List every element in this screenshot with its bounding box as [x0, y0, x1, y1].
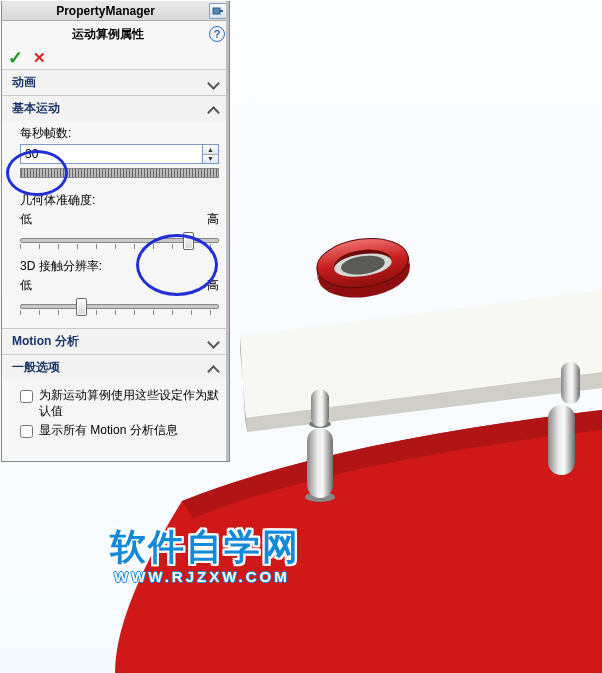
spinner-down[interactable]: ▼ — [203, 155, 218, 164]
svg-rect-4 — [561, 362, 580, 404]
ok-button[interactable]: ✓ — [8, 47, 23, 69]
default-settings-checkbox[interactable] — [20, 390, 33, 403]
section-animation[interactable]: 动画 — [2, 69, 229, 95]
svg-rect-5 — [548, 405, 575, 475]
svg-rect-3 — [307, 428, 333, 498]
watermark-url: WWW.RJZXW.COM — [114, 568, 300, 585]
panel-subtitle: 运动算例属性 — [6, 26, 209, 43]
slider-low-label: 低 — [20, 211, 32, 228]
section-general-options[interactable]: 一般选项 — [2, 354, 229, 380]
fps-input[interactable] — [20, 144, 203, 164]
panel-resize-handle[interactable] — [226, 1, 229, 461]
default-settings-label: 为新运动算例使用这些设定作为默认值 — [39, 388, 219, 419]
pin-icon[interactable] — [209, 3, 227, 19]
help-icon[interactable]: ? — [209, 26, 225, 42]
show-motion-info-label: 显示所有 Motion 分析信息 — [39, 423, 219, 439]
slider-high-label: 高 — [207, 277, 219, 294]
slider-low-label: 低 — [20, 277, 32, 294]
svg-rect-6 — [213, 8, 220, 14]
chevron-down-icon — [207, 335, 221, 349]
show-motion-info-checkbox[interactable] — [20, 425, 33, 438]
watermark-text: 软件自学网 — [110, 523, 300, 572]
property-manager-panel: PropertyManager 运动算例属性 ? ✓ ✕ 动画 基本运动 每秒帧… — [1, 1, 230, 462]
chevron-down-icon — [207, 76, 221, 90]
svg-rect-7 — [220, 10, 223, 12]
fps-ruler[interactable] — [20, 168, 219, 178]
geometry-accuracy-slider[interactable] — [20, 230, 219, 252]
svg-rect-1 — [311, 389, 329, 427]
contact-resolution-label: 3D 接触分辨率: — [20, 258, 219, 275]
spinner-up[interactable]: ▲ — [203, 145, 218, 155]
fps-label: 每秒帧数: — [20, 125, 219, 142]
section-motion-analysis[interactable]: Motion 分析 — [2, 328, 229, 354]
cancel-button[interactable]: ✕ — [33, 49, 46, 67]
chevron-up-icon — [207, 361, 221, 375]
panel-title: PropertyManager — [2, 4, 209, 18]
chevron-up-icon — [207, 102, 221, 116]
contact-resolution-slider[interactable] — [20, 296, 219, 318]
slider-high-label: 高 — [207, 211, 219, 228]
geometry-accuracy-label: 几何体准确度: — [20, 192, 219, 209]
section-basic-motion[interactable]: 基本运动 — [2, 95, 229, 121]
